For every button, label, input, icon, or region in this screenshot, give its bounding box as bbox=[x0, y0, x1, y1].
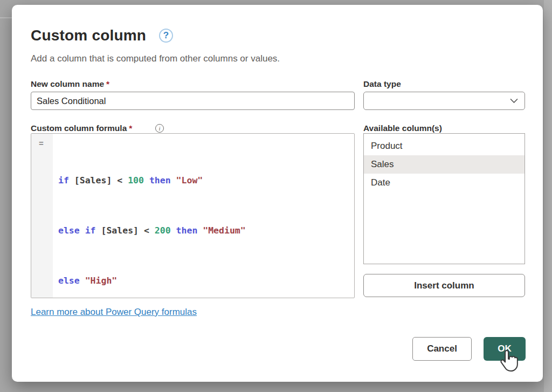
new-column-name-label-text: New column name bbox=[31, 79, 104, 88]
formula-label-text: Custom column formula bbox=[31, 123, 127, 133]
column-item-label: Date bbox=[371, 177, 390, 188]
token-keyword: if bbox=[58, 175, 74, 185]
token-string: "Low" bbox=[176, 175, 203, 185]
code-line: else if [Sales] < 200 then "Medium" bbox=[58, 222, 354, 239]
insert-column-button[interactable]: Insert column bbox=[363, 274, 525, 297]
column-item-date[interactable]: Date bbox=[364, 174, 525, 192]
dialog-title: Custom column bbox=[31, 27, 146, 44]
dialog-subtitle: Add a column that is computed from other… bbox=[31, 53, 280, 64]
cancel-button[interactable]: Cancel bbox=[412, 337, 472, 361]
token-identifier: [Sales] < bbox=[74, 175, 128, 185]
custom-column-dialog: Custom column ? Add a column that is com… bbox=[12, 5, 543, 382]
column-item-product[interactable]: Product bbox=[364, 137, 525, 155]
help-icon[interactable]: ? bbox=[159, 29, 173, 43]
token-keyword: then bbox=[171, 225, 203, 236]
ok-button[interactable]: OK bbox=[484, 337, 526, 361]
learn-more-link[interactable]: Learn more about Power Query formulas bbox=[31, 307, 197, 318]
token-string: "Medium" bbox=[203, 225, 245, 236]
token-number: 100 bbox=[128, 175, 144, 185]
token-string: "High" bbox=[85, 276, 118, 286]
token-keyword: else bbox=[58, 276, 85, 286]
data-type-dropdown[interactable] bbox=[363, 92, 525, 110]
new-column-name-label: New column name* bbox=[31, 79, 109, 89]
formula-editor[interactable]: = if [Sales] < 100 then "Low" else if [S… bbox=[31, 133, 355, 298]
token-keyword: else if bbox=[58, 225, 101, 236]
gutter-equals-icon: = bbox=[39, 139, 44, 148]
column-item-label: Product bbox=[371, 141, 403, 152]
new-column-name-input[interactable] bbox=[31, 92, 355, 110]
token-number: 200 bbox=[155, 225, 171, 236]
data-type-label: Data type bbox=[363, 79, 401, 89]
formula-code[interactable]: if [Sales] < 100 then "Low" else if [Sal… bbox=[58, 139, 354, 298]
info-icon[interactable]: i bbox=[155, 124, 164, 133]
formula-label: Custom column formula* bbox=[31, 123, 132, 133]
code-line: else "High" bbox=[58, 272, 354, 289]
available-columns-label: Available column(s) bbox=[363, 123, 442, 133]
chevron-down-icon bbox=[510, 98, 518, 104]
available-columns-list: Product Sales Date bbox=[363, 133, 525, 264]
page-scrollbar[interactable] bbox=[544, 0, 552, 392]
column-item-label: Sales bbox=[371, 159, 394, 170]
required-asterisk: * bbox=[129, 123, 132, 133]
required-asterisk: * bbox=[106, 79, 109, 88]
column-item-sales[interactable]: Sales bbox=[364, 155, 525, 174]
token-identifier: [Sales] < bbox=[101, 225, 154, 236]
editor-gutter: = bbox=[31, 134, 53, 298]
token-keyword: then bbox=[144, 175, 176, 185]
code-line: if [Sales] < 100 then "Low" bbox=[58, 172, 354, 189]
background-artifact-line bbox=[0, 17, 12, 18]
